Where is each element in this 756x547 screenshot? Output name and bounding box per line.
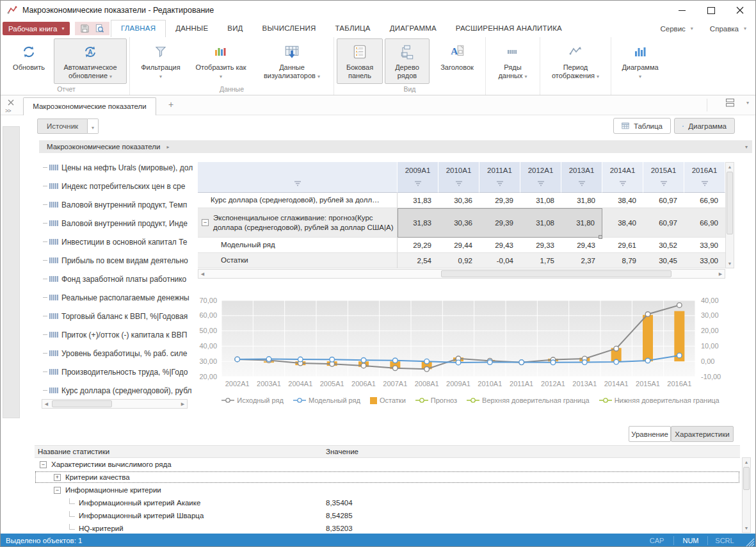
collapsed-side-panel[interactable]: [3, 126, 20, 418]
scroll-left-icon[interactable]: ◀: [42, 400, 51, 408]
menu-tab-таблица[interactable]: ТАБЛИЦА: [325, 20, 380, 37]
menu-tab-вычисления[interactable]: ВЫЧИСЛЕНИЯ: [253, 20, 326, 37]
tree-series-item[interactable]: Индекс потребительских цен в сре: [39, 177, 194, 195]
data-series-button[interactable]: Ряды данных ▾: [488, 38, 537, 84]
value-cell[interactable]: 31,80: [561, 193, 602, 208]
value-cell[interactable]: 0,92: [438, 253, 479, 268]
scroll-thumb[interactable]: [52, 400, 112, 407]
value-cell[interactable]: 1,75: [520, 253, 561, 268]
legend-item[interactable]: Исходный ряд: [221, 396, 284, 404]
value-cell[interactable]: 33,00: [684, 253, 725, 268]
row-label-cell[interactable]: Модельный ряд: [198, 238, 398, 253]
filter-icon[interactable]: [496, 181, 504, 186]
display-period-button[interactable]: Период отображения ▾: [543, 38, 608, 84]
selection-fill-handle[interactable]: [599, 235, 602, 239]
chart-area[interactable]: 70,0040,0060,0030,0050,0020,0040,0010,00…: [198, 289, 743, 391]
chevron-down-icon[interactable]: ▾: [745, 144, 748, 150]
value-cell[interactable]: -0,04: [479, 253, 520, 268]
tree-horizontal-scrollbar[interactable]: ◀ ▶: [42, 399, 188, 409]
stats-vertical-scrollbar[interactable]: ▲ ▼: [742, 457, 751, 533]
stat-row[interactable]: HQ-критерий8,35203: [35, 522, 740, 534]
filter-icon[interactable]: [414, 181, 422, 186]
value-cell[interactable]: 60,97: [643, 208, 684, 238]
menu-tab-диаграмма[interactable]: ДИАГРАММА: [380, 20, 446, 37]
tree-series-item[interactable]: Инвестиции в основной капитал Те: [39, 233, 194, 251]
value-cell[interactable]: 31,83: [398, 193, 438, 208]
resize-grip[interactable]: [746, 538, 755, 547]
value-cell[interactable]: 29,43: [561, 238, 602, 253]
chart-button[interactable]: Диаграмма▾: [614, 38, 666, 84]
row-label-cell[interactable]: Курс доллара (среднегодовой), рублей за …: [198, 193, 398, 208]
preview-icon[interactable]: [95, 24, 104, 33]
close-button[interactable]: [725, 1, 754, 20]
stat-row[interactable]: +Критерии качества: [35, 471, 740, 484]
equation-button[interactable]: Уравнение: [629, 426, 671, 442]
value-cell[interactable]: 29,33: [520, 238, 561, 253]
tree-series-item[interactable]: Реальные располагаемые денежны: [39, 288, 194, 307]
value-cell[interactable]: 60,97: [643, 193, 684, 208]
value-cell[interactable]: 29,61: [602, 238, 643, 253]
tree-series-item[interactable]: Курс доллара (среднегодовой), рубл: [39, 381, 194, 400]
save-icon[interactable]: [80, 24, 90, 33]
value-cell[interactable]: 2,54: [398, 253, 438, 268]
tree-series-item[interactable]: Прибыль по всем видам деятельно: [39, 251, 194, 270]
value-cell[interactable]: 31,08: [520, 208, 561, 238]
value-cell[interactable]: 2,37: [561, 253, 602, 268]
side-panel-button[interactable]: Боковая панель: [337, 38, 383, 84]
help-menu[interactable]: Справка▾: [710, 25, 746, 33]
tree-series-item[interactable]: Уровень безработицы, % раб. силе: [39, 344, 194, 363]
value-cell[interactable]: 38,40: [602, 208, 643, 238]
filtering-button[interactable]: Фильтрация▾: [133, 38, 189, 84]
menu-tab-главная[interactable]: ГЛАВНАЯ: [111, 20, 166, 37]
value-cell[interactable]: 29,44: [438, 238, 479, 253]
scroll-down-icon[interactable]: ▼: [743, 524, 750, 532]
service-menu[interactable]: Сервис▾: [660, 25, 693, 33]
tree-series-item[interactable]: Приток (+)/отток (-) капитала к ВВП: [39, 325, 194, 344]
visualizer-data-button[interactable]: Данные визуализаторов ▾: [253, 38, 331, 84]
legend-item[interactable]: Остатки: [370, 396, 406, 404]
scroll-thumb[interactable]: [441, 270, 672, 277]
sheet-tab-active[interactable]: Макроэкономические показатели: [23, 97, 156, 115]
scroll-right-icon[interactable]: ▶: [179, 400, 187, 408]
table-vertical-scrollbar[interactable]: ▲ ▼: [725, 162, 734, 268]
tree-series-item[interactable]: Производительность труда, %|Годо: [39, 363, 194, 381]
scroll-up-icon[interactable]: ▲: [726, 163, 734, 171]
value-cell[interactable]: 30,36: [438, 193, 479, 208]
value-cell[interactable]: 29,43: [479, 238, 520, 253]
column-header-2013A1[interactable]: 2013A1: [561, 162, 602, 193]
view-toggle-chart-button[interactable]: Диаграмма: [674, 118, 735, 134]
scroll-up-icon[interactable]: ▲: [743, 458, 750, 466]
value-cell[interactable]: 29,29: [398, 238, 438, 253]
expand-panel-icon[interactable]: >>: [5, 108, 11, 114]
chevron-down-icon[interactable]: ▾: [88, 118, 99, 134]
column-header-2011A1[interactable]: 2011A1: [479, 162, 520, 193]
stat-row[interactable]: Информационный критерий Акаике8,35404: [35, 496, 740, 509]
filter-icon[interactable]: [701, 181, 709, 186]
scroll-thumb[interactable]: [743, 467, 750, 490]
row-label-cell[interactable]: −Экспоненциальное сглаживание: прогноз(К…: [198, 208, 398, 238]
value-cell[interactable]: 38,40: [602, 193, 643, 208]
value-cell[interactable]: 8,79: [602, 253, 643, 268]
source-button[interactable]: Источник ▾: [37, 118, 99, 134]
value-cell[interactable]: 66,90: [684, 208, 725, 238]
value-cell[interactable]: 29,39: [479, 193, 520, 208]
maximize-button[interactable]: [696, 1, 725, 20]
table-horizontal-scrollbar[interactable]: ◀ ▶: [198, 269, 725, 279]
value-cell[interactable]: 29,39: [479, 208, 520, 238]
minimize-button[interactable]: [668, 1, 696, 20]
expand-icon[interactable]: +: [54, 474, 61, 481]
tree-series-item[interactable]: Валовой внутренний продукт, Темп: [39, 195, 194, 214]
stat-row[interactable]: Информационный критерий Шварца8,54285: [35, 509, 740, 522]
header-button[interactable]: A Заголовок: [431, 38, 483, 84]
scroll-down-icon[interactable]: ▼: [726, 259, 734, 268]
tree-series-item[interactable]: Цены на нефть Urals (мировые), дол: [39, 158, 194, 177]
auto-refresh-button[interactable]: A Автоматическое обновление ▾: [54, 38, 127, 84]
collapse-icon[interactable]: −: [202, 219, 209, 226]
legend-item[interactable]: Верхняя доверительная граница: [467, 396, 590, 404]
tree-series-item[interactable]: Торговый баланс к ВВП, %|Годовая: [39, 307, 194, 325]
scroll-right-icon[interactable]: ▶: [716, 270, 725, 278]
value-cell[interactable]: 33,90: [684, 238, 725, 253]
tree-series-item[interactable]: Фонд заработной платы работнико: [39, 270, 194, 288]
filter-icon[interactable]: [619, 181, 627, 186]
filter-icon[interactable]: [537, 181, 545, 186]
